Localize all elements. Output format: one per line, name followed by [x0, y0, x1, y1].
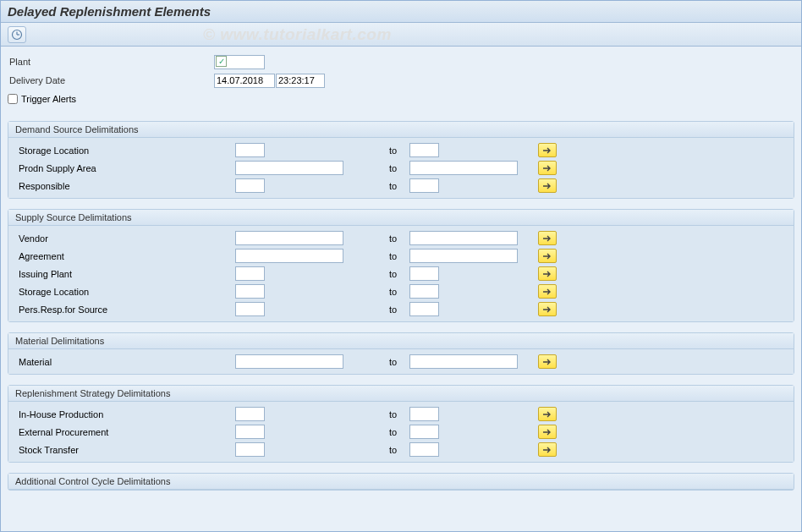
range-row: Storage Locationto — [15, 141, 787, 159]
delivery-date-label: Delivery Date — [8, 75, 214, 85]
to-input[interactable] — [409, 407, 439, 421]
from-input[interactable] — [235, 143, 265, 157]
to-input[interactable] — [409, 302, 439, 316]
arrow-right-icon — [542, 410, 552, 419]
group-header: Material Delimitations — [8, 333, 794, 349]
arrow-right-icon — [542, 164, 552, 173]
range-row: In-House Productionto — [15, 405, 787, 423]
arrow-right-icon — [542, 270, 552, 278]
from-input[interactable] — [235, 354, 343, 369]
to-input[interactable] — [409, 442, 439, 457]
from-input[interactable] — [235, 284, 265, 299]
toolbar — [1, 23, 801, 47]
group-header: Replenishment Strategy Delimitations — [8, 386, 794, 402]
field-label: In-House Production — [15, 409, 235, 420]
content-area: Plant ✓ Delivery Date Trigger Alerts Dem… — [1, 47, 801, 532]
field-label: Vendor — [15, 233, 235, 244]
to-label: to — [345, 269, 409, 279]
to-label: to — [345, 304, 409, 315]
from-input[interactable] — [235, 249, 343, 263]
multiple-selection-button[interactable] — [538, 178, 557, 193]
plant-required-icon: ✓ — [216, 56, 227, 67]
to-label: to — [345, 181, 409, 191]
arrow-right-icon — [542, 428, 552, 436]
page-title: Delayed Replenishment Elements — [1, 1, 801, 23]
from-input[interactable] — [235, 407, 265, 421]
group-box: Supply Source DelimitationsVendortoAgree… — [8, 209, 794, 322]
field-label: Responsible — [15, 181, 235, 191]
group-header: Additional Control Cycle Delimitations — [8, 474, 794, 490]
to-input[interactable] — [409, 425, 439, 439]
arrow-right-icon — [542, 146, 552, 155]
range-row: Pers.Resp.for Sourceto — [15, 300, 787, 318]
arrow-right-icon — [542, 234, 552, 243]
group-body: Materialto — [8, 349, 794, 374]
to-input[interactable] — [409, 284, 439, 299]
group-body: VendortoAgreementtoIssuing PlanttoStorag… — [8, 226, 794, 321]
range-row: External Procurementto — [15, 423, 787, 441]
group-header: Supply Source Delimitations — [8, 210, 794, 226]
multiple-selection-button[interactable] — [538, 284, 557, 299]
multiple-selection-button[interactable] — [538, 161, 557, 175]
field-label: External Procurement — [15, 427, 235, 437]
multiple-selection-button[interactable] — [538, 249, 557, 263]
to-label: to — [345, 357, 409, 367]
arrow-right-icon — [542, 182, 552, 190]
to-input[interactable] — [409, 178, 439, 193]
arrow-right-icon — [542, 358, 552, 366]
multiple-selection-button[interactable] — [538, 266, 557, 281]
to-label: to — [345, 233, 409, 244]
to-input[interactable] — [409, 354, 518, 369]
group-box: Material DelimitationsMaterialto — [8, 332, 794, 375]
clock-execute-icon — [11, 29, 23, 41]
arrow-right-icon — [542, 252, 552, 261]
to-label: to — [345, 163, 409, 173]
arrow-right-icon — [542, 288, 552, 296]
group-header: Demand Source Delimitations — [8, 122, 794, 138]
to-input[interactable] — [409, 143, 439, 157]
multiple-selection-button[interactable] — [538, 425, 557, 439]
to-input[interactable] — [409, 231, 518, 245]
field-label: Stock Transfer — [15, 445, 235, 455]
from-input[interactable] — [235, 442, 265, 457]
execute-button[interactable] — [8, 26, 26, 43]
to-label: to — [345, 287, 409, 297]
plant-label: Plant — [8, 57, 214, 67]
from-input[interactable] — [235, 231, 343, 245]
range-row: Storage Locationto — [15, 282, 787, 300]
from-input[interactable] — [235, 178, 265, 193]
field-label: Agreement — [15, 251, 235, 261]
to-input[interactable] — [409, 266, 439, 281]
from-input[interactable] — [235, 425, 265, 439]
field-label: Pers.Resp.for Source — [15, 304, 235, 315]
field-label: Issuing Plant — [15, 269, 235, 279]
range-row: Materialto — [15, 353, 787, 370]
group-box: Replenishment Strategy DelimitationsIn-H… — [8, 385, 794, 463]
to-input[interactable] — [409, 161, 518, 175]
from-input[interactable] — [235, 266, 265, 281]
field-label: Storage Location — [15, 145, 235, 156]
trigger-alerts-label: Trigger Alerts — [21, 94, 76, 104]
field-label: Storage Location — [15, 287, 235, 297]
multiple-selection-button[interactable] — [538, 354, 557, 369]
range-row: Vendorto — [15, 229, 787, 247]
trigger-alerts-checkbox[interactable] — [8, 94, 18, 104]
to-input[interactable] — [409, 249, 518, 263]
multiple-selection-button[interactable] — [538, 143, 557, 157]
multiple-selection-button[interactable] — [538, 231, 557, 245]
delivery-time-input[interactable] — [276, 74, 325, 88]
multiple-selection-button[interactable] — [538, 442, 557, 457]
from-input[interactable] — [235, 161, 343, 175]
delivery-date-input[interactable] — [214, 74, 275, 88]
from-input[interactable] — [235, 302, 265, 316]
to-label: to — [345, 445, 409, 455]
multiple-selection-button[interactable] — [538, 407, 557, 421]
range-row: Issuing Plantto — [15, 265, 787, 282]
group-box: Additional Control Cycle Delimitations — [8, 473, 794, 491]
range-row: Stock Transferto — [15, 441, 787, 458]
range-row: Agreementto — [15, 247, 787, 265]
range-row: Responsibleto — [15, 177, 787, 195]
header-fields: Plant ✓ Delivery Date Trigger Alerts — [8, 53, 794, 107]
group-body: Storage LocationtoProdn Supply AreatoRes… — [8, 138, 794, 198]
multiple-selection-button[interactable] — [538, 302, 557, 316]
